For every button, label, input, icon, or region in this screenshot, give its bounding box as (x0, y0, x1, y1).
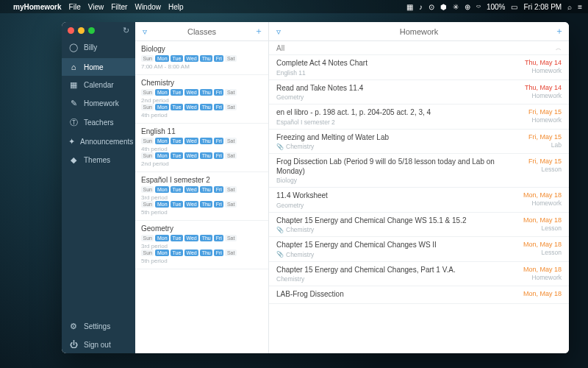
day-pill: Tue (171, 201, 183, 208)
sidebar-item-settings[interactable]: ⚙Settings (62, 317, 135, 336)
menu-filter[interactable]: Filter (111, 3, 127, 11)
day-pill: Fri (214, 138, 223, 144)
sidebar-icon: Ⓣ (68, 117, 79, 128)
day-pill: Mon (155, 152, 169, 159)
day-pill: Wed (184, 89, 198, 96)
day-pill: Tue (171, 138, 183, 144)
wifi-icon[interactable]: ⌔ (476, 3, 481, 11)
day-pill: Wed (184, 235, 198, 241)
homework-item-date: Mon, May 18 (512, 266, 562, 273)
homework-item-title: Read and Take Notes 11.4 (276, 84, 512, 93)
homework-item-subject: Chemistry (276, 275, 512, 283)
add-homework-button[interactable]: ＋ (550, 25, 569, 38)
sidebar-icon: ✎ (68, 99, 79, 108)
homework-item[interactable]: Freezing and Melting of Water Lab📎Chemis… (269, 130, 569, 155)
day-pill: Sat (225, 89, 237, 96)
battery-pct[interactable]: 100% (487, 3, 506, 11)
traffic-light-minimize[interactable] (78, 27, 85, 34)
day-pill: Sat (225, 104, 237, 110)
homework-item-subject: Geometry (276, 202, 512, 209)
day-pill: Sun (141, 201, 154, 208)
day-pill: Wed (184, 186, 198, 193)
menubar-extra-icon[interactable]: ⊙ (429, 3, 434, 11)
homework-item-date: Fri, May 15 (512, 108, 562, 116)
class-block[interactable]: ChemistrySunMonTueWedThuFriSat2nd period… (135, 75, 268, 124)
class-day-row: SunMonTueWedThuFriSat (141, 104, 262, 110)
menubar-extra-icon[interactable]: ▦ (406, 3, 413, 11)
class-block[interactable]: English 11SunMonTueWedThuFriSat4th perio… (135, 124, 268, 172)
day-pill: Sat (225, 235, 237, 241)
class-block[interactable]: GeometrySunMonTueWedThuFriSat3rd periodS… (135, 221, 268, 269)
traffic-light-close[interactable] (68, 27, 74, 34)
spotlight-icon[interactable]: ⌕ (567, 3, 572, 11)
class-block[interactable]: BiologySunMonTueWedThuFriSat7:00 AM - 8:… (135, 41, 268, 75)
class-day-row: SunMonTueWedThuFriSat (141, 235, 262, 241)
class-name: English 11 (141, 127, 262, 135)
homework-item[interactable]: 11.4 WorksheetGeometryMon, May 18Homewor… (269, 188, 569, 213)
sidebar-item-calendar[interactable]: ▦Calendar (62, 76, 135, 94)
day-pill: Tue (171, 89, 183, 96)
homework-item-type: Homework (512, 199, 562, 207)
menu-help[interactable]: Help (168, 3, 184, 11)
classes-filter-icon[interactable]: ▿ (135, 26, 154, 37)
battery-icon[interactable]: ▭ (511, 3, 517, 11)
homework-column: ▿ Homework ＋ All ︿ Complete Act 4 Notes … (269, 22, 569, 353)
sidebar-user[interactable]: ◯ Billy (62, 38, 135, 57)
class-subtext: 7:00 AM - 8:00 AM (141, 63, 262, 70)
menubar-extra-icon[interactable]: ♪ (419, 3, 423, 11)
day-pill: Fri (214, 104, 223, 110)
notification-center-icon[interactable]: ≡ (578, 3, 582, 11)
sidebar-item-teachers[interactable]: ⓉTeachers (62, 113, 135, 132)
class-subtext: 2nd period (141, 97, 262, 104)
sidebar-item-announcements[interactable]: ✦Announcements (62, 132, 135, 151)
homework-item[interactable]: Frog Dissection Lab (Period 9 will do 5/… (269, 154, 569, 188)
homework-group-header[interactable]: All ︿ (269, 41, 569, 55)
sidebar-item-label: Themes (84, 156, 110, 164)
sidebar-item-themes[interactable]: ◆Themes (62, 151, 135, 169)
attachment-icon: 📎 (276, 227, 284, 233)
homework-item-title: Chapter 15 Energy and Chemical Changes W… (276, 241, 512, 250)
day-pill: Sun (141, 55, 154, 62)
menubar-extra-icon[interactable]: ⊕ (465, 3, 470, 11)
menu-file[interactable]: File (69, 3, 81, 11)
homework-item[interactable]: Chapter 15 Energy and Chemical Changes, … (269, 262, 569, 287)
day-pill: Tue (171, 235, 183, 241)
add-class-button[interactable]: ＋ (249, 25, 268, 38)
sync-icon[interactable]: ↻ (123, 26, 129, 35)
day-pill: Thu (200, 250, 212, 256)
sidebar-item-home[interactable]: ⌂Home (62, 58, 135, 76)
sidebar-item-label: Teachers (84, 118, 114, 127)
day-pill: Wed (184, 152, 198, 159)
homework-item[interactable]: Chapter 15 Energy and Chemical Change WS… (269, 213, 569, 238)
homework-item-type: Lesson (512, 224, 562, 232)
class-name: Chemistry (141, 79, 262, 87)
homework-item[interactable]: Complete Act 4 Notes ChartEnglish 11Thu,… (269, 55, 569, 80)
class-subtext: 5th period (141, 209, 262, 216)
menubar-extra-icon[interactable]: ✳ (453, 3, 459, 11)
sidebar-item-sign-out[interactable]: ⏻Sign out (62, 336, 135, 353)
menu-window[interactable]: Window (135, 3, 161, 11)
sidebar-item-homework[interactable]: ✎Homework (62, 94, 135, 113)
sidebar-icon: ⏻ (68, 340, 79, 349)
classes-header: ▿ Classes ＋ (135, 22, 268, 41)
sidebar-item-label: Home (84, 63, 104, 71)
homework-item[interactable]: en el libro - p. 198 act. 1, p. 204-205 … (269, 105, 569, 130)
homework-filter-icon[interactable]: ▿ (269, 26, 288, 37)
sidebar-user-label: Billy (84, 43, 97, 52)
class-subtext: 4th period (141, 112, 262, 118)
homework-item-type: Homework (512, 92, 562, 99)
class-day-row: SunMonTueWedThuFriSat (141, 186, 262, 193)
homework-item[interactable]: Chapter 15 Energy and Chemical Changes W… (269, 237, 569, 262)
clock[interactable]: Fri 2:08 PM (523, 3, 562, 11)
user-icon: ◯ (68, 43, 79, 52)
dropbox-icon[interactable]: ⬢ (440, 3, 447, 11)
homework-item[interactable]: Read and Take Notes 11.4GeometryThu, May… (269, 80, 569, 105)
class-block[interactable]: Español I semester 2SunMonTueWedThuFriSa… (135, 172, 268, 221)
menubar-app-name[interactable]: myHomework (13, 3, 62, 11)
traffic-light-zoom[interactable] (88, 27, 95, 34)
class-name: Biology (141, 45, 262, 53)
sidebar-item-label: Sign out (84, 341, 111, 349)
class-day-row: SunMonTueWedThuFriSat (141, 250, 262, 256)
homework-item[interactable]: LAB-Frog DissectionMon, May 18 (269, 286, 569, 304)
menu-view[interactable]: View (88, 3, 104, 11)
